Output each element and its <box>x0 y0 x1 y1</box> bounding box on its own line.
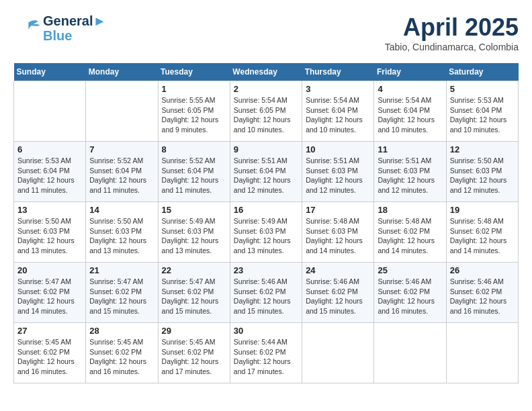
day-info: Sunrise: 5:46 AM Sunset: 6:02 PM Dayligh… <box>234 277 298 316</box>
calendar-day-cell: 18Sunrise: 5:48 AM Sunset: 6:02 PM Dayli… <box>374 202 446 263</box>
calendar-header: SundayMondayTuesdayWednesdayThursdayFrid… <box>14 63 519 81</box>
day-number: 18 <box>378 205 442 215</box>
day-info: Sunrise: 5:45 AM Sunset: 6:02 PM Dayligh… <box>162 337 226 377</box>
page-header: General► Blue April 2025 Tabio, Cundinam… <box>13 13 519 52</box>
month-title: April 2025 <box>385 13 519 42</box>
weekday-header: Friday <box>374 63 446 81</box>
day-number: 11 <box>378 144 442 154</box>
day-number: 29 <box>162 326 226 336</box>
day-number: 1 <box>162 84 226 94</box>
day-info: Sunrise: 5:53 AM Sunset: 6:04 PM Dayligh… <box>450 95 515 135</box>
day-number: 28 <box>89 326 154 336</box>
calendar-day-cell: 27Sunrise: 5:45 AM Sunset: 6:02 PM Dayli… <box>14 323 86 383</box>
calendar-day-cell: 10Sunrise: 5:51 AM Sunset: 6:03 PM Dayli… <box>302 142 374 202</box>
day-number: 6 <box>17 144 82 154</box>
day-info: Sunrise: 5:54 AM Sunset: 6:05 PM Dayligh… <box>234 95 298 135</box>
calendar-week-row: 20Sunrise: 5:47 AM Sunset: 6:02 PM Dayli… <box>14 263 519 323</box>
day-info: Sunrise: 5:48 AM Sunset: 6:02 PM Dayligh… <box>450 216 515 256</box>
day-info: Sunrise: 5:48 AM Sunset: 6:03 PM Dayligh… <box>306 216 370 256</box>
weekday-header: Monday <box>86 63 158 81</box>
day-number: 26 <box>450 265 515 275</box>
calendar-day-cell <box>446 323 518 383</box>
weekday-header: Thursday <box>302 63 374 81</box>
calendar-day-cell: 17Sunrise: 5:48 AM Sunset: 6:03 PM Dayli… <box>302 202 374 263</box>
location-subtitle: Tabio, Cundinamarca, Colombia <box>385 42 519 52</box>
calendar-day-cell: 11Sunrise: 5:51 AM Sunset: 6:03 PM Dayli… <box>374 142 446 202</box>
day-info: Sunrise: 5:45 AM Sunset: 6:02 PM Dayligh… <box>89 337 154 377</box>
calendar-day-cell: 14Sunrise: 5:50 AM Sunset: 6:03 PM Dayli… <box>86 202 158 263</box>
day-number: 4 <box>378 84 442 94</box>
calendar-day-cell: 1Sunrise: 5:55 AM Sunset: 6:05 PM Daylig… <box>158 81 230 142</box>
day-number: 8 <box>162 144 226 154</box>
day-info: Sunrise: 5:50 AM Sunset: 6:03 PM Dayligh… <box>450 156 515 195</box>
calendar-week-row: 27Sunrise: 5:45 AM Sunset: 6:02 PM Dayli… <box>14 323 519 383</box>
day-info: Sunrise: 5:50 AM Sunset: 6:03 PM Dayligh… <box>17 216 82 256</box>
day-number: 10 <box>306 144 370 154</box>
day-number: 5 <box>450 84 515 94</box>
day-info: Sunrise: 5:48 AM Sunset: 6:02 PM Dayligh… <box>378 216 442 256</box>
calendar-day-cell: 13Sunrise: 5:50 AM Sunset: 6:03 PM Dayli… <box>14 202 86 263</box>
calendar-day-cell: 4Sunrise: 5:54 AM Sunset: 6:04 PM Daylig… <box>374 81 446 142</box>
title-block: April 2025 Tabio, Cundinamarca, Colombia <box>385 13 519 52</box>
calendar-day-cell: 15Sunrise: 5:49 AM Sunset: 6:03 PM Dayli… <box>158 202 230 263</box>
calendar-day-cell: 5Sunrise: 5:53 AM Sunset: 6:04 PM Daylig… <box>446 81 518 142</box>
day-info: Sunrise: 5:45 AM Sunset: 6:02 PM Dayligh… <box>17 337 82 377</box>
calendar-day-cell: 25Sunrise: 5:46 AM Sunset: 6:02 PM Dayli… <box>374 263 446 323</box>
day-number: 15 <box>162 205 226 215</box>
day-info: Sunrise: 5:49 AM Sunset: 6:03 PM Dayligh… <box>234 216 298 256</box>
calendar-day-cell: 19Sunrise: 5:48 AM Sunset: 6:02 PM Dayli… <box>446 202 518 263</box>
day-info: Sunrise: 5:51 AM Sunset: 6:03 PM Dayligh… <box>306 156 370 195</box>
weekday-header: Saturday <box>446 63 518 81</box>
calendar-day-cell: 16Sunrise: 5:49 AM Sunset: 6:03 PM Dayli… <box>230 202 302 263</box>
calendar-day-cell: 26Sunrise: 5:46 AM Sunset: 6:02 PM Dayli… <box>446 263 518 323</box>
day-info: Sunrise: 5:51 AM Sunset: 6:03 PM Dayligh… <box>378 156 442 195</box>
day-info: Sunrise: 5:44 AM Sunset: 6:02 PM Dayligh… <box>234 337 298 377</box>
day-number: 2 <box>234 84 298 94</box>
day-info: Sunrise: 5:46 AM Sunset: 6:02 PM Dayligh… <box>378 277 442 316</box>
calendar-day-cell: 2Sunrise: 5:54 AM Sunset: 6:05 PM Daylig… <box>230 81 302 142</box>
day-number: 27 <box>17 326 82 336</box>
day-info: Sunrise: 5:47 AM Sunset: 6:02 PM Dayligh… <box>17 277 82 316</box>
calendar-day-cell: 29Sunrise: 5:45 AM Sunset: 6:02 PM Dayli… <box>158 323 230 383</box>
day-info: Sunrise: 5:46 AM Sunset: 6:02 PM Dayligh… <box>450 277 515 316</box>
calendar-day-cell: 30Sunrise: 5:44 AM Sunset: 6:02 PM Dayli… <box>230 323 302 383</box>
calendar-table: SundayMondayTuesdayWednesdayThursdayFrid… <box>13 63 519 383</box>
day-number: 3 <box>306 84 370 94</box>
calendar-day-cell <box>302 323 374 383</box>
day-number: 7 <box>89 144 154 154</box>
day-info: Sunrise: 5:53 AM Sunset: 6:04 PM Dayligh… <box>17 156 82 195</box>
day-number: 12 <box>450 144 515 154</box>
day-info: Sunrise: 5:52 AM Sunset: 6:04 PM Dayligh… <box>89 156 154 195</box>
calendar-day-cell <box>14 81 86 142</box>
day-info: Sunrise: 5:54 AM Sunset: 6:04 PM Dayligh… <box>306 95 370 135</box>
calendar-day-cell: 9Sunrise: 5:51 AM Sunset: 6:04 PM Daylig… <box>230 142 302 202</box>
day-number: 20 <box>17 265 82 275</box>
day-info: Sunrise: 5:47 AM Sunset: 6:02 PM Dayligh… <box>162 277 226 316</box>
day-number: 23 <box>234 265 298 275</box>
calendar-day-cell: 22Sunrise: 5:47 AM Sunset: 6:02 PM Dayli… <box>158 263 230 323</box>
calendar-day-cell: 28Sunrise: 5:45 AM Sunset: 6:02 PM Dayli… <box>86 323 158 383</box>
calendar-day-cell: 6Sunrise: 5:53 AM Sunset: 6:04 PM Daylig… <box>14 142 86 202</box>
day-number: 30 <box>234 326 298 336</box>
day-info: Sunrise: 5:49 AM Sunset: 6:03 PM Dayligh… <box>162 216 226 256</box>
calendar-week-row: 6Sunrise: 5:53 AM Sunset: 6:04 PM Daylig… <box>14 142 519 202</box>
day-number: 25 <box>378 265 442 275</box>
day-info: Sunrise: 5:54 AM Sunset: 6:04 PM Dayligh… <box>378 95 442 135</box>
calendar-day-cell: 23Sunrise: 5:46 AM Sunset: 6:02 PM Dayli… <box>230 263 302 323</box>
day-info: Sunrise: 5:55 AM Sunset: 6:05 PM Dayligh… <box>162 95 226 135</box>
logo: General► Blue <box>13 13 106 43</box>
day-number: 22 <box>162 265 226 275</box>
calendar-day-cell: 8Sunrise: 5:52 AM Sunset: 6:04 PM Daylig… <box>158 142 230 202</box>
day-number: 24 <box>306 265 370 275</box>
day-number: 13 <box>17 205 82 215</box>
calendar-day-cell: 7Sunrise: 5:52 AM Sunset: 6:04 PM Daylig… <box>86 142 158 202</box>
day-number: 16 <box>234 205 298 215</box>
day-info: Sunrise: 5:50 AM Sunset: 6:03 PM Dayligh… <box>89 216 154 256</box>
day-number: 17 <box>306 205 370 215</box>
day-number: 21 <box>89 265 154 275</box>
calendar-day-cell: 21Sunrise: 5:47 AM Sunset: 6:02 PM Dayli… <box>86 263 158 323</box>
weekday-header: Wednesday <box>230 63 302 81</box>
logo-text: General► Blue <box>43 13 106 43</box>
calendar-week-row: 13Sunrise: 5:50 AM Sunset: 6:03 PM Dayli… <box>14 202 519 263</box>
calendar-day-cell: 20Sunrise: 5:47 AM Sunset: 6:02 PM Dayli… <box>14 263 86 323</box>
